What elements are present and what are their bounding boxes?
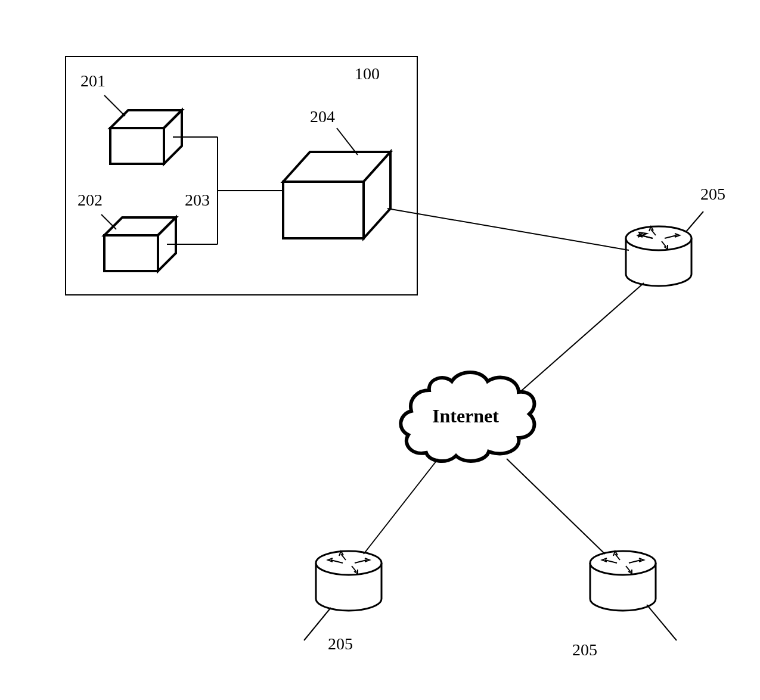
node-204-box	[283, 152, 390, 238]
leader-205-top	[685, 211, 703, 232]
link-router-cloud	[519, 283, 644, 393]
label-205-br: 205	[572, 640, 597, 659]
svg-point-1	[316, 551, 381, 575]
label-100: 100	[355, 64, 380, 83]
label-203: 203	[185, 191, 210, 210]
link-router-br-tail	[647, 605, 677, 640]
label-internet: Internet	[432, 405, 499, 427]
node-202-box	[104, 217, 176, 271]
router-bottom-right	[590, 551, 656, 611]
link-router-bl-tail	[304, 608, 331, 640]
link-204-router	[387, 209, 629, 250]
leader-202	[101, 214, 116, 229]
label-201: 201	[80, 71, 106, 91]
label-204: 204	[310, 107, 335, 126]
label-202: 202	[77, 191, 103, 210]
router-bottom-left	[316, 551, 381, 611]
node-201-box	[110, 110, 182, 164]
link-cloud-router-br	[507, 459, 605, 554]
svg-point-2	[590, 551, 656, 575]
link-cloud-router-bl	[364, 459, 438, 554]
leader-201	[104, 95, 125, 116]
label-205-bl: 205	[328, 634, 353, 654]
router-top	[626, 226, 691, 286]
label-205-top: 205	[700, 185, 725, 204]
svg-point-0	[626, 226, 691, 250]
